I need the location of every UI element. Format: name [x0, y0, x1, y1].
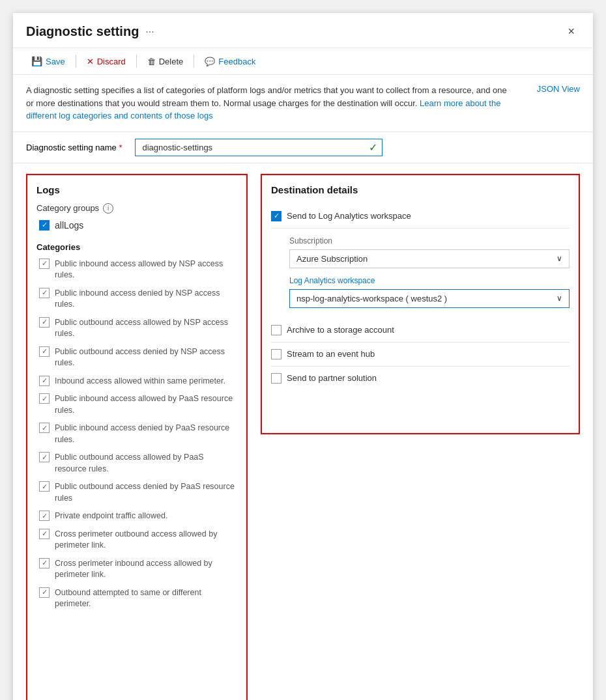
category-item: Public outbound access denied by PaaS re… — [36, 481, 237, 504]
category-item: Public outbound access allowed by NSP ac… — [36, 317, 237, 340]
category-checkbox-10[interactable] — [39, 529, 50, 539]
category-groups-label-text: Category groups — [36, 203, 99, 213]
subscription-value: Azure Subscription — [296, 254, 368, 264]
event-hub-label: Stream to an event hub — [287, 349, 375, 359]
feedback-button[interactable]: 💬 Feedback — [199, 54, 261, 69]
category-checkbox-7[interactable] — [39, 452, 50, 462]
dest-option-event-hub: Stream to an event hub — [271, 343, 570, 367]
category-item: Public inbound access denied by NSP acce… — [36, 288, 237, 311]
close-button[interactable]: × — [562, 22, 580, 41]
json-view-link[interactable]: JSON View — [537, 84, 580, 94]
category-label-9: Private endpoint traffic allowed. — [55, 511, 167, 522]
delete-button[interactable]: 🗑 Delete — [142, 54, 189, 69]
setting-name-input-wrap: ✓ — [135, 139, 382, 156]
destination-panel-title: Destination details — [271, 184, 570, 195]
category-item: Public outbound access allowed by PaaS r… — [36, 452, 237, 475]
setting-name-row: Diagnostic setting name * ✓ — [13, 132, 593, 163]
storage-checkbox[interactable] — [271, 325, 281, 335]
category-label-3: Public outbound access denied by NSP acc… — [55, 346, 237, 369]
category-groups-header: Category groups i — [36, 203, 237, 214]
category-label-12: Outbound attempted to same or different … — [55, 587, 237, 610]
category-checkbox-5[interactable] — [39, 393, 50, 404]
setting-name-label: Diagnostic setting name * — [26, 143, 122, 152]
category-checkbox-1[interactable] — [39, 288, 50, 298]
category-checkbox-8[interactable] — [39, 481, 50, 492]
log-analytics-label: Send to Log Analytics workspace — [287, 211, 411, 221]
workspace-value: nsp-log-analytics-workspace ( westus2 ) — [296, 294, 447, 303]
save-icon: 💾 — [31, 56, 42, 66]
required-star: * — [119, 143, 122, 152]
save-button[interactable]: 💾 Save — [26, 53, 70, 69]
info-section: A diagnostic setting specifies a list of… — [13, 75, 593, 132]
discard-button[interactable]: ✕ Discard — [81, 54, 131, 69]
category-item: Private endpoint traffic allowed. — [36, 511, 237, 522]
all-logs-item: allLogs — [39, 220, 237, 231]
dest-option-partner: Send to partner solution — [271, 367, 570, 390]
all-logs-checkbox[interactable] — [39, 220, 50, 231]
event-hub-checkbox[interactable] — [271, 349, 281, 359]
subscription-label: Subscription — [289, 236, 570, 245]
category-checkbox-0[interactable] — [39, 259, 50, 269]
dest-option-storage: Archive to a storage account — [271, 318, 570, 343]
feedback-label: Feedback — [218, 57, 255, 66]
log-analytics-checkbox[interactable] — [271, 211, 281, 221]
subscription-chevron-icon: ∨ — [556, 254, 562, 263]
check-icon: ✓ — [369, 141, 377, 154]
category-checkbox-9[interactable] — [39, 511, 50, 521]
toolbar-separator-2 — [136, 55, 137, 68]
category-item: Public outbound access denied by NSP acc… — [36, 346, 237, 369]
delete-label: Delete — [159, 57, 184, 66]
category-item: Outbound attempted to same or different … — [36, 587, 237, 610]
subscription-dropdown[interactable]: Azure Subscription ∨ — [289, 249, 570, 268]
setting-name-input[interactable] — [135, 139, 382, 156]
workspace-label: Log Analytics workspace — [289, 276, 570, 285]
categories-title: Categories — [36, 242, 237, 252]
category-checkbox-6[interactable] — [39, 423, 50, 433]
toolbar-separator-1 — [76, 55, 76, 68]
logs-panel: Logs Category groups i allLogs Categorie… — [26, 174, 248, 701]
category-checkbox-3[interactable] — [39, 346, 50, 357]
title-ellipsis[interactable]: ··· — [145, 26, 154, 38]
partner-label: Send to partner solution — [287, 373, 377, 383]
diagnostic-setting-dialog: Diagnostic setting ··· × 💾 Save ✕ Discar… — [13, 13, 593, 700]
category-item: Cross perimeter outbound access allowed … — [36, 529, 237, 552]
category-checkbox-11[interactable] — [39, 558, 50, 568]
all-logs-label: allLogs — [55, 220, 83, 231]
title-left: Diagnostic setting ··· — [26, 24, 154, 39]
categories-section: Categories Public inbound access allowed… — [36, 242, 237, 610]
workspace-chevron-icon: ∨ — [556, 294, 562, 303]
info-icon[interactable]: i — [103, 203, 113, 214]
category-label-0: Public inbound access allowed by NSP acc… — [55, 259, 237, 281]
category-item: Public inbound access denied by PaaS res… — [36, 423, 237, 445]
discard-label: Discard — [97, 57, 126, 66]
partner-checkbox[interactable] — [271, 373, 281, 384]
category-label-7: Public outbound access allowed by PaaS r… — [55, 452, 237, 475]
discard-icon: ✕ — [87, 57, 94, 66]
category-label-6: Public inbound access denied by PaaS res… — [55, 423, 237, 445]
category-label-1: Public inbound access denied by NSP acce… — [55, 288, 237, 311]
workspace-dropdown[interactable]: nsp-log-analytics-workspace ( westus2 ) … — [289, 289, 570, 308]
feedback-icon: 💬 — [205, 57, 215, 66]
category-label-5: Public inbound access allowed by PaaS re… — [55, 393, 237, 416]
category-label-8: Public outbound access denied by PaaS re… — [55, 481, 237, 504]
title-bar: Diagnostic setting ··· × — [13, 13, 593, 48]
logs-panel-title: Logs — [36, 184, 237, 195]
delete-icon: 🗑 — [147, 57, 156, 66]
category-item: Inbound access allowed within same perim… — [36, 376, 237, 387]
save-label: Save — [46, 57, 65, 66]
dest-option-log-analytics: Send to Log Analytics workspace Subscrip… — [271, 204, 570, 318]
main-content: Logs Category groups i allLogs Categorie… — [13, 163, 593, 701]
log-analytics-option-row: Send to Log Analytics workspace — [271, 204, 570, 229]
category-checkbox-4[interactable] — [39, 376, 50, 386]
destination-panel: Destination details Send to Log Analytic… — [261, 174, 580, 434]
category-item: Public inbound access allowed by PaaS re… — [36, 393, 237, 416]
info-text: A diagnostic setting specifies a list of… — [26, 84, 515, 122]
category-item: Public inbound access allowed by NSP acc… — [36, 259, 237, 281]
category-label-2: Public outbound access allowed by NSP ac… — [55, 317, 237, 340]
log-analytics-sub-section: Subscription Azure Subscription ∨ Log An… — [271, 229, 570, 318]
dialog-title: Diagnostic setting — [26, 24, 139, 39]
category-checkbox-2[interactable] — [39, 317, 50, 328]
category-checkbox-12[interactable] — [39, 587, 50, 598]
category-item: Cross perimeter inbound access allowed b… — [36, 558, 237, 581]
category-label-11: Cross perimeter inbound access allowed b… — [55, 558, 237, 581]
